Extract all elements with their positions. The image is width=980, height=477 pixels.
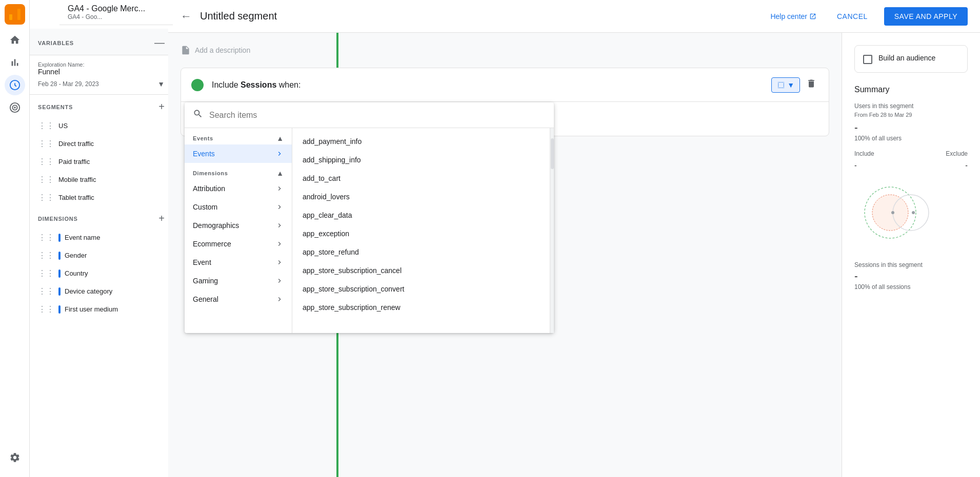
right-item-app-store-refund[interactable]: app_store_refund <box>292 243 550 261</box>
left-sidebar <box>0 0 30 477</box>
build-audience-checkbox[interactable] <box>863 55 872 64</box>
right-item-app-store-subscription-cancel[interactable]: app_store_subscription_cancel <box>292 261 550 280</box>
dim-label: First user medium <box>65 305 118 313</box>
dimensions-section-label: Dimensions ▲ <box>185 163 292 179</box>
collapse-events-button[interactable]: ▲ <box>276 134 284 142</box>
dimension-gender[interactable]: ⋮⋮ Gender <box>30 246 173 264</box>
drag-handle-icon: ⋮⋮ <box>38 304 54 314</box>
view-mode-button[interactable]: ▼ <box>771 77 800 93</box>
scrollbar[interactable] <box>550 128 554 333</box>
dimension-device-category[interactable]: ⋮⋮ Device category <box>30 282 173 300</box>
summary-date-range: From Feb 28 to Mar 29 <box>854 112 968 118</box>
dim-label: Device category <box>65 287 112 295</box>
segment-item-tablet[interactable]: ⋮⋮ Tablet traffic <box>30 189 173 206</box>
search-icon <box>193 109 203 121</box>
segment-label: Tablet traffic <box>58 194 94 201</box>
date-dropdown-icon[interactable]: ▼ <box>157 80 165 88</box>
summary-title: Summary <box>854 85 968 94</box>
right-item-app-exception[interactable]: app_exception <box>292 224 550 243</box>
dimension-event-name[interactable]: ⋮⋮ Event name <box>30 229 173 246</box>
right-item-app-store-subscription-renew[interactable]: app_store_subscription_renew <box>292 298 550 317</box>
segment-label: Paid traffic <box>58 158 90 165</box>
include-label: Include <box>854 150 874 157</box>
left-item-custom[interactable]: Custom <box>185 198 292 216</box>
right-item-app-store-subscription-convert[interactable]: app_store_subscription_convert <box>292 280 550 298</box>
save-apply-button[interactable]: SAVE AND APPLY <box>884 7 968 26</box>
dim-color-bar <box>58 305 61 314</box>
include-exclude-row: Include Exclude <box>854 150 968 157</box>
build-audience-row: Build an audience <box>854 45 968 73</box>
segment-label: Direct traffic <box>58 140 94 148</box>
svg-rect-2 <box>17 9 21 20</box>
drag-handle-icon: ⋮⋮ <box>38 233 54 242</box>
drag-handle-icon: ⋮⋮ <box>38 268 54 278</box>
users-pct: 100% of all users <box>854 135 968 142</box>
drag-handle-icon: ⋮⋮ <box>38 286 54 296</box>
summary-panel: Build an audience Summary Users in this … <box>842 33 980 477</box>
left-item-ecommerce[interactable]: Ecommerce <box>185 235 292 253</box>
svg-rect-1 <box>13 11 16 20</box>
collapse-variables-icon[interactable]: — <box>154 37 165 49</box>
venn-diagram <box>854 182 947 243</box>
date-range: Feb 28 - Mar 29, 2023 <box>38 80 99 88</box>
svg-point-11 <box>912 211 915 214</box>
users-label: Users in this segment <box>854 102 968 110</box>
condition-dot <box>191 79 204 91</box>
dropdown-content: Events ▲ Events Dimensions ▲ Attribution… <box>185 128 554 333</box>
drag-handle-icon: ⋮⋮ <box>38 157 54 167</box>
collapse-dimensions-button[interactable]: ▲ <box>276 169 284 177</box>
cancel-button[interactable]: CANCEL <box>829 7 876 26</box>
dropdown-arrow-icon: ▼ <box>787 81 794 89</box>
segment-label: US <box>58 122 68 130</box>
exclude-label: Exclude <box>946 150 968 157</box>
segments-title: SEGMENTS <box>38 104 73 110</box>
drag-handle-icon: ⋮⋮ <box>38 139 54 149</box>
left-item-general[interactable]: General <box>185 290 292 308</box>
drag-handle-icon: ⋮⋮ <box>38 121 54 131</box>
right-item-app-clear-data[interactable]: app_clear_data <box>292 206 550 224</box>
add-dimension-icon[interactable]: + <box>158 213 165 224</box>
right-panel: add_payment_info add_shipping_info add_t… <box>292 128 550 333</box>
search-row <box>185 102 554 128</box>
dimension-country[interactable]: ⋮⋮ Country <box>30 264 173 282</box>
left-item-events[interactable]: Events <box>185 144 292 163</box>
segment-item-direct[interactable]: ⋮⋮ Direct traffic <box>30 135 173 153</box>
sidebar-icon-reports[interactable] <box>5 52 25 73</box>
add-segment-icon[interactable]: + <box>158 101 165 113</box>
dimension-first-user-medium[interactable]: ⋮⋮ First user medium <box>30 300 173 318</box>
left-item-event[interactable]: Event <box>185 253 292 272</box>
editor-title: Untitled segment <box>200 10 770 22</box>
sidebar-icon-settings[interactable] <box>5 447 25 468</box>
left-item-gaming[interactable]: Gaming <box>185 272 292 290</box>
condition-header: Include Sessions when: ▼ <box>181 68 829 102</box>
dimensions-list: ⋮⋮ Event name ⋮⋮ Gender ⋮⋮ Country ⋮⋮ De… <box>30 229 173 318</box>
sidebar-icon-explore[interactable] <box>5 75 25 95</box>
left-item-demographics[interactable]: Demographics <box>185 216 292 235</box>
exploration-label: Exploration Name: <box>38 61 165 68</box>
sessions-section: Sessions in this segment - 100% of all s… <box>854 261 968 291</box>
variables-panel: GA4 - Google Merc... GA4 - Goo... Variab… <box>30 0 173 477</box>
right-item-add-payment-info[interactable]: add_payment_info <box>292 132 550 151</box>
back-button[interactable]: ← <box>181 10 192 23</box>
help-center-link[interactable]: Help center <box>770 12 816 20</box>
condition-tools: ▼ <box>771 76 818 93</box>
exclude-val: - <box>965 161 968 170</box>
include-exclude-vals: - - <box>854 161 968 170</box>
users-dash: - <box>854 122 968 134</box>
dim-color-bar <box>58 234 61 242</box>
sidebar-icon-target[interactable] <box>5 97 25 118</box>
dimensions-header: DIMENSIONS + <box>30 206 173 229</box>
build-audience-label: Build an audience <box>878 54 935 62</box>
segment-item-us[interactable]: ⋮⋮ US <box>30 117 173 135</box>
segment-item-paid[interactable]: ⋮⋮ Paid traffic <box>30 153 173 171</box>
left-item-attribution[interactable]: Attribution <box>185 179 292 198</box>
description-row[interactable]: Add a description <box>181 45 829 55</box>
sidebar-icon-home[interactable] <box>5 30 25 50</box>
delete-condition-button[interactable] <box>804 76 818 93</box>
right-item-android-lovers[interactable]: android_lovers <box>292 188 550 206</box>
right-item-add-shipping-info[interactable]: add_shipping_info <box>292 151 550 169</box>
segment-item-mobile[interactable]: ⋮⋮ Mobile traffic <box>30 171 173 189</box>
search-input[interactable] <box>209 111 546 120</box>
sessions-pct: 100% of all sessions <box>854 283 968 291</box>
right-item-add-to-cart[interactable]: add_to_cart <box>292 169 550 188</box>
